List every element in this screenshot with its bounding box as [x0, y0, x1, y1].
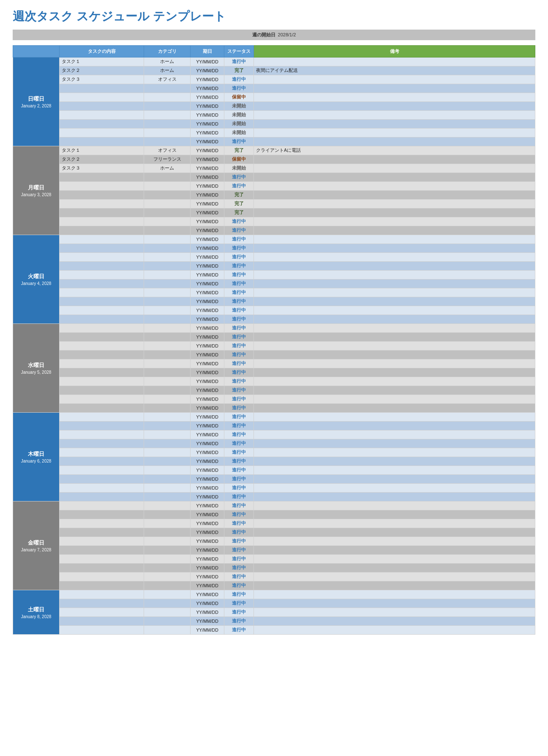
category-cell[interactable] [144, 244, 191, 253]
date-cell[interactable]: YY/MM/DD [191, 484, 224, 493]
date-cell[interactable]: YY/MM/DD [191, 377, 224, 386]
status-cell[interactable]: 進行中 [224, 173, 254, 182]
category-cell[interactable] [144, 386, 191, 395]
notes-cell[interactable] [254, 271, 535, 279]
notes-cell[interactable] [254, 599, 535, 608]
notes-cell[interactable] [254, 58, 535, 66]
notes-cell[interactable] [254, 404, 535, 413]
date-cell[interactable]: YY/MM/DD [191, 137, 224, 146]
category-cell[interactable] [144, 217, 191, 226]
task-cell[interactable] [60, 510, 144, 519]
status-cell[interactable]: 進行中 [224, 386, 254, 395]
status-cell[interactable]: 進行中 [224, 226, 254, 235]
status-cell[interactable]: 未開始 [224, 111, 254, 120]
notes-cell[interactable] [254, 581, 535, 590]
category-cell[interactable] [144, 93, 191, 102]
date-cell[interactable]: YY/MM/DD [191, 271, 224, 279]
category-cell[interactable] [144, 306, 191, 315]
date-cell[interactable]: YY/MM/DD [191, 200, 224, 208]
category-cell[interactable] [144, 182, 191, 191]
category-cell[interactable] [144, 377, 191, 386]
date-cell[interactable]: YY/MM/DD [191, 395, 224, 404]
date-cell[interactable]: YY/MM/DD [191, 626, 224, 635]
date-cell[interactable]: YY/MM/DD [191, 244, 224, 253]
status-cell[interactable]: 進行中 [224, 253, 254, 262]
date-cell[interactable]: YY/MM/DD [191, 510, 224, 519]
category-cell[interactable] [144, 493, 191, 501]
notes-cell[interactable] [254, 466, 535, 475]
category-cell[interactable] [144, 413, 191, 422]
notes-cell[interactable] [254, 564, 535, 572]
category-cell[interactable] [144, 395, 191, 404]
date-cell[interactable]: YY/MM/DD [191, 173, 224, 182]
notes-cell[interactable] [254, 342, 535, 351]
notes-cell[interactable] [254, 253, 535, 262]
date-cell[interactable]: YY/MM/DD [191, 58, 224, 66]
task-cell[interactable] [60, 111, 144, 120]
status-cell[interactable]: 進行中 [224, 271, 254, 279]
notes-cell[interactable] [254, 359, 535, 368]
date-cell[interactable]: YY/MM/DD [191, 599, 224, 608]
task-cell[interactable] [60, 306, 144, 315]
notes-cell[interactable] [254, 297, 535, 306]
category-cell[interactable] [144, 137, 191, 146]
status-cell[interactable]: 進行中 [224, 626, 254, 635]
date-cell[interactable]: YY/MM/DD [191, 315, 224, 324]
category-cell[interactable] [144, 173, 191, 182]
date-cell[interactable]: YY/MM/DD [191, 359, 224, 368]
task-cell[interactable]: タスク２ [60, 155, 144, 164]
date-cell[interactable]: YY/MM/DD [191, 75, 224, 84]
date-cell[interactable]: YY/MM/DD [191, 413, 224, 422]
task-cell[interactable] [60, 84, 144, 93]
status-cell[interactable]: 進行中 [224, 235, 254, 244]
category-cell[interactable] [144, 475, 191, 484]
task-cell[interactable] [60, 599, 144, 608]
category-cell[interactable] [144, 519, 191, 528]
status-cell[interactable]: 保留中 [224, 155, 254, 164]
status-cell[interactable]: 完了 [224, 146, 254, 155]
notes-cell[interactable] [254, 155, 535, 164]
status-cell[interactable]: 進行中 [224, 395, 254, 404]
status-cell[interactable]: 進行中 [224, 519, 254, 528]
status-cell[interactable]: 進行中 [224, 608, 254, 617]
date-cell[interactable]: YY/MM/DD [191, 368, 224, 377]
date-cell[interactable]: YY/MM/DD [191, 120, 224, 129]
task-cell[interactable] [60, 537, 144, 546]
date-cell[interactable]: YY/MM/DD [191, 590, 224, 599]
notes-cell[interactable] [254, 137, 535, 146]
date-cell[interactable]: YY/MM/DD [191, 182, 224, 191]
status-cell[interactable]: 進行中 [224, 448, 254, 457]
category-cell[interactable] [144, 226, 191, 235]
category-cell[interactable] [144, 253, 191, 262]
status-cell[interactable]: 進行中 [224, 404, 254, 413]
category-cell[interactable] [144, 484, 191, 493]
task-cell[interactable] [60, 413, 144, 422]
notes-cell[interactable] [254, 93, 535, 102]
task-cell[interactable] [60, 626, 144, 635]
category-cell[interactable] [144, 617, 191, 626]
task-cell[interactable] [60, 457, 144, 466]
notes-cell[interactable] [254, 173, 535, 182]
task-cell[interactable] [60, 519, 144, 528]
notes-cell[interactable] [254, 226, 535, 235]
category-cell[interactable] [144, 457, 191, 466]
task-cell[interactable] [60, 333, 144, 342]
status-cell[interactable]: 進行中 [224, 368, 254, 377]
category-cell[interactable] [144, 262, 191, 271]
task-cell[interactable] [60, 448, 144, 457]
date-cell[interactable]: YY/MM/DD [191, 253, 224, 262]
task-cell[interactable] [60, 235, 144, 244]
category-cell[interactable] [144, 333, 191, 342]
date-cell[interactable]: YY/MM/DD [191, 430, 224, 439]
category-cell[interactable] [144, 102, 191, 111]
status-cell[interactable]: 進行中 [224, 537, 254, 546]
notes-cell[interactable] [254, 626, 535, 635]
task-cell[interactable] [60, 546, 144, 555]
date-cell[interactable]: YY/MM/DD [191, 306, 224, 315]
notes-cell[interactable] [254, 351, 535, 359]
date-cell[interactable]: YY/MM/DD [191, 528, 224, 537]
task-cell[interactable] [60, 253, 144, 262]
category-cell[interactable] [144, 501, 191, 510]
task-cell[interactable] [60, 439, 144, 448]
task-cell[interactable] [60, 262, 144, 271]
